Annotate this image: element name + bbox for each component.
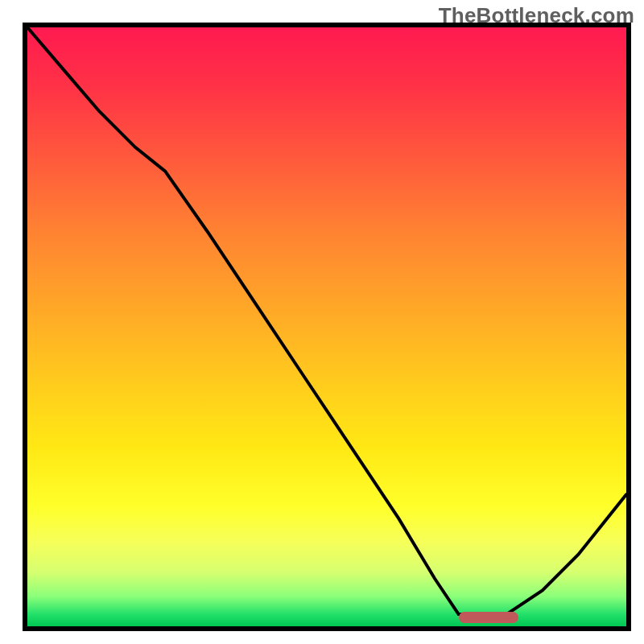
watermark-text: TheBottleneck.com <box>439 3 634 28</box>
bottleneck-curve <box>27 27 626 626</box>
curve-path <box>27 27 626 614</box>
chart-container: TheBottleneck.com <box>0 0 644 644</box>
optimum-marker <box>459 612 518 623</box>
plot-frame <box>23 23 631 631</box>
